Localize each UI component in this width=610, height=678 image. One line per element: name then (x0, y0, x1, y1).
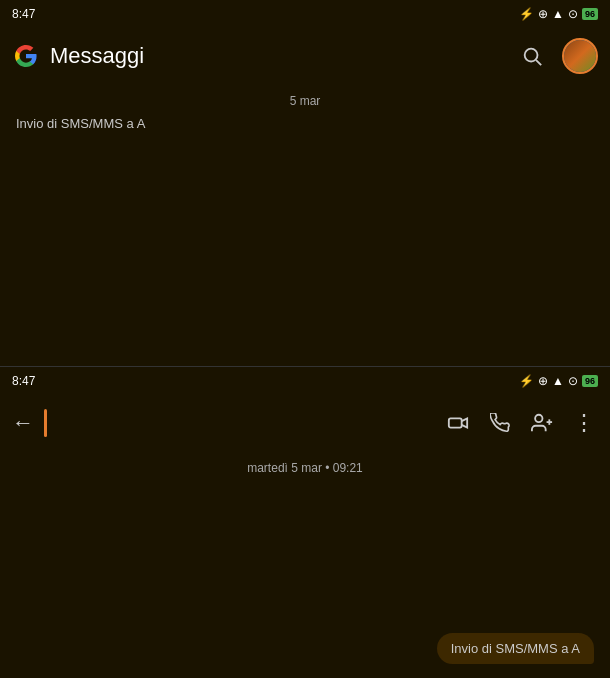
more-options-button[interactable]: ⋮ (570, 409, 598, 437)
network-icon: ⊙ (568, 7, 578, 21)
wifi-icon: ▲ (552, 7, 564, 21)
messages-spacer (16, 483, 594, 633)
status-icons-right: ⚡ ⊕ ▲ ⊙ 96 (519, 7, 598, 21)
battery-badge: 96 (582, 8, 598, 20)
battery-badge-bottom: 96 (582, 375, 598, 387)
app-title: Messaggi (50, 43, 508, 69)
svg-point-0 (525, 49, 538, 62)
sms-info-top: Invio di SMS/MMS a A (16, 116, 145, 131)
add-person-button[interactable] (528, 409, 556, 437)
separator (44, 409, 47, 437)
bluetooth-icon-bottom: ⚡ (519, 374, 534, 388)
signal-icon-bottom: ⊕ (538, 374, 548, 388)
toolbar-icons-top (518, 38, 598, 74)
chat-area-top: 5 mar Invio di SMS/MMS a A (0, 84, 610, 366)
status-icons-bottom-right: ⚡ ⊕ ▲ ⊙ 96 (519, 374, 598, 388)
time-right: 8:47 (12, 374, 35, 388)
profile-avatar[interactable] (562, 38, 598, 74)
message-timestamp: martedì 5 mar • 09:21 (16, 461, 594, 475)
status-time-right: 8:47 (12, 374, 35, 388)
chat-panel: ← (0, 395, 610, 678)
back-button[interactable]: ← (12, 410, 34, 436)
svg-line-1 (536, 60, 541, 65)
bluetooth-icon: ⚡ (519, 7, 534, 21)
status-time-left: 8:47 (12, 7, 35, 21)
top-status-bar: 8:47 ⚡ ⊕ ▲ ⊙ 96 (0, 0, 610, 28)
network-icon-bottom: ⊙ (568, 374, 578, 388)
video-call-button[interactable] (444, 409, 472, 437)
svg-point-3 (535, 415, 542, 422)
messages-list-panel: Messaggi 5 mar Invio di SMS/MMS a A (0, 28, 610, 367)
sms-bubble: Invio di SMS/MMS a A (437, 633, 594, 664)
svg-rect-2 (449, 418, 462, 427)
bottom-status-bar: 8:47 ⚡ ⊕ ▲ ⊙ 96 (0, 367, 610, 395)
date-label-top: 5 mar (290, 94, 321, 108)
messages-toolbar: Messaggi (0, 28, 610, 84)
wifi-icon-bottom: ▲ (552, 374, 564, 388)
chat-toolbar: ← (0, 395, 610, 451)
signal-icon: ⊕ (538, 7, 548, 21)
time-left: 8:47 (12, 7, 35, 21)
google-logo (12, 42, 40, 70)
phone-call-button[interactable] (486, 409, 514, 437)
avatar-image (564, 40, 596, 72)
chat-messages: martedì 5 mar • 09:21 Invio di SMS/MMS a… (0, 451, 610, 678)
chat-toolbar-icons: ⋮ (444, 409, 598, 437)
search-button[interactable] (518, 42, 546, 70)
